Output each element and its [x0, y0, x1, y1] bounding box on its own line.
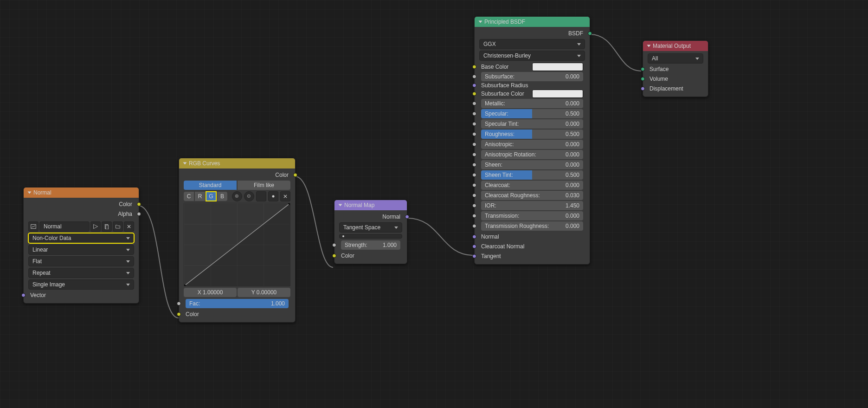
channel-r[interactable]: R: [195, 192, 205, 201]
socket-vector-in[interactable]: [21, 293, 26, 298]
target-dropdown[interactable]: All: [648, 53, 703, 64]
socket-in[interactable]: [472, 92, 476, 96]
node-header[interactable]: RGB Curves: [179, 158, 295, 168]
value-slider[interactable]: Roughness:0.500: [481, 130, 583, 139]
value-field[interactable]: IOR:1.450: [481, 201, 583, 210]
socket-bsdf-out[interactable]: [588, 32, 592, 36]
socket-in[interactable]: [472, 122, 476, 126]
socket-in[interactable]: [472, 142, 476, 147]
socket-in[interactable]: [472, 65, 476, 69]
node-rgb-curves[interactable]: RGB Curves Color Standard Film like C R …: [179, 158, 296, 323]
channel-g[interactable]: G: [206, 192, 216, 201]
socket-volume-in[interactable]: [641, 77, 645, 81]
distribution-dropdown[interactable]: GGX: [479, 39, 585, 49]
new-image-icon[interactable]: [102, 221, 112, 232]
socket-in[interactable]: [472, 132, 476, 136]
node-header[interactable]: Material Output: [643, 41, 708, 51]
node-normal-map[interactable]: Normal Map Normal Tangent Space Strength…: [334, 200, 407, 264]
curve-x-field[interactable]: X 1.00000: [184, 288, 237, 297]
value-slider[interactable]: Specular:0.500: [481, 109, 583, 118]
channel-b[interactable]: B: [217, 192, 227, 201]
socket-in[interactable]: [472, 112, 476, 116]
collapse-icon[interactable]: [479, 21, 482, 23]
value-slider[interactable]: Anisotropic Rotation:0.000: [481, 150, 583, 159]
image-name-field[interactable]: Normal: [39, 221, 90, 232]
color-well[interactable]: [532, 90, 583, 98]
socket-in[interactable]: [472, 224, 476, 228]
value-slider[interactable]: Sheen Tint:0.500: [481, 170, 583, 180]
fac-slider[interactable]: Fac: 1.000: [186, 299, 289, 308]
socket-in[interactable]: [472, 102, 476, 106]
node-header[interactable]: Principled BSDF: [475, 17, 590, 27]
socket-clearcoat-normal-in[interactable]: [472, 245, 476, 249]
node-header[interactable]: Normal Map: [334, 200, 407, 210]
interpolation-dropdown[interactable]: Linear: [28, 245, 134, 255]
socket-normal-out[interactable]: [405, 215, 409, 219]
socket-displacement-in[interactable]: [641, 87, 645, 91]
socket-in[interactable]: [472, 183, 476, 188]
color-well[interactable]: [532, 63, 583, 71]
node-material-output[interactable]: Material Output All Surface Volume Displ…: [643, 40, 708, 97]
value-slider[interactable]: Sheen:0.000: [481, 160, 583, 169]
value-slider[interactable]: Metallic:0.000: [481, 99, 583, 108]
socket-in[interactable]: [472, 204, 476, 208]
curve-y-field[interactable]: Y 0.00000: [238, 288, 290, 297]
socket-color-out[interactable]: [137, 202, 141, 207]
tools-dropdown-icon[interactable]: [256, 191, 266, 201]
socket-fac-in[interactable]: [177, 302, 181, 306]
zoom-in-icon[interactable]: [232, 191, 242, 201]
fake-user-icon[interactable]: [90, 221, 101, 232]
socket-in[interactable]: [472, 173, 476, 177]
collapse-icon[interactable]: [647, 45, 651, 47]
value-slider[interactable]: Clearcoat Roughness:0.030: [481, 191, 583, 200]
source-dropdown[interactable]: Single Image: [28, 279, 134, 290]
tone-standard[interactable]: Standard: [184, 181, 237, 190]
space-dropdown[interactable]: Tangent Space: [339, 222, 402, 233]
socket-surface-in[interactable]: [641, 67, 645, 71]
sss-method-dropdown[interactable]: Christensen-Burley: [479, 51, 585, 61]
collapse-icon[interactable]: [183, 162, 187, 165]
socket-in[interactable]: [472, 214, 476, 218]
chevron-down-icon: [126, 237, 130, 240]
tone-filmlike[interactable]: Film like: [238, 181, 290, 190]
socket-color-out[interactable]: [293, 173, 297, 177]
value-slider[interactable]: Transmission Roughness:0.000: [481, 221, 583, 231]
curve-editor[interactable]: [184, 203, 290, 286]
tone-segmented[interactable]: Standard Film like: [184, 181, 290, 190]
colorspace-dropdown[interactable]: Non-Color Data: [28, 233, 134, 243]
unlink-image-icon[interactable]: [124, 221, 134, 232]
channel-c[interactable]: C: [184, 192, 194, 201]
socket-in[interactable]: [472, 194, 476, 198]
socket-in[interactable]: [472, 153, 476, 157]
bsdf-prop-row: Sheen:0.000: [479, 160, 585, 170]
node-image-texture[interactable]: Normal Color Alpha Normal: [23, 187, 139, 304]
zoom-out-icon[interactable]: [244, 191, 254, 201]
socket-color-in[interactable]: [177, 312, 181, 317]
node-header[interactable]: Normal: [24, 188, 139, 198]
socket-in[interactable]: [472, 84, 476, 88]
collapse-icon[interactable]: [339, 204, 342, 207]
socket-alpha-out[interactable]: [137, 212, 141, 216]
extension-dropdown[interactable]: Repeat: [28, 268, 134, 278]
open-image-icon[interactable]: [113, 221, 123, 232]
output-normal: Normal: [339, 213, 402, 221]
node-principled-bsdf[interactable]: Principled BSDF BSDF GGX Christensen-Bur…: [474, 16, 590, 265]
projection-dropdown[interactable]: Flat: [28, 256, 134, 266]
socket-normal-in[interactable]: [472, 235, 476, 239]
value-slider[interactable]: Subsurface:0.000: [481, 72, 583, 81]
socket-color-in[interactable]: [332, 254, 336, 258]
value-slider[interactable]: Anisotropic:0.000: [481, 140, 583, 149]
delete-point-icon[interactable]: [280, 191, 290, 201]
strength-slider[interactable]: Strength: 1.000: [341, 240, 400, 250]
socket-in[interactable]: [472, 163, 476, 167]
socket-tangent-in[interactable]: [472, 254, 476, 259]
socket-in[interactable]: [472, 75, 476, 79]
value-slider[interactable]: Clearcoat:0.000: [481, 181, 583, 190]
image-browse-icon[interactable]: [28, 221, 39, 232]
uvmap-dropdown[interactable]: [339, 234, 402, 239]
value-slider[interactable]: Transmission:0.000: [481, 211, 583, 220]
clipping-icon[interactable]: [268, 191, 278, 201]
collapse-icon[interactable]: [28, 192, 32, 194]
value-slider[interactable]: Specular Tint:0.000: [481, 119, 583, 129]
socket-strength-in[interactable]: [332, 243, 336, 247]
